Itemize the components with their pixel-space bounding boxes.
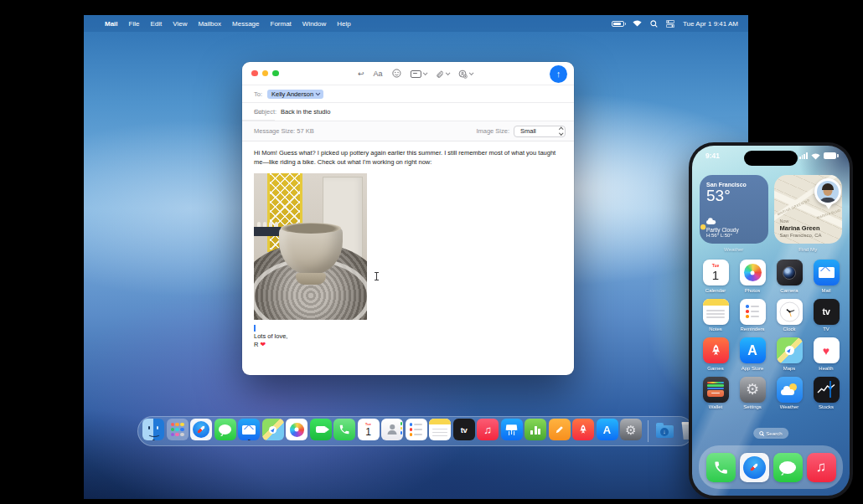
music-dock-icon[interactable]: ♫ [477,419,499,440]
iphone-dock: ♫ [699,445,843,489]
image-size-label: Image Size: [476,127,509,135]
downloads-dock-icon[interactable]: ↓ [654,419,675,440]
menu-item-mail[interactable]: Mail [105,20,118,28]
clock-app-icon[interactable] [777,299,803,325]
app-store-app-icon[interactable]: A [740,337,766,363]
calendar-dock-icon[interactable]: Tue1 [358,419,380,440]
menu-item-window[interactable]: Window [302,20,326,28]
pages-dock-icon[interactable] [549,419,571,440]
menu-bar-clock[interactable]: Tue Apr 1 9:41 AM [683,20,738,28]
image-size-select[interactable]: Small [514,126,566,137]
findmy-widget[interactable]: MARINA GREEN DR MARINA BLVD Now Marina G… [774,175,842,244]
menu-item-help[interactable]: Help [337,20,350,28]
format-icon[interactable]: Aa [373,69,382,78]
app-grid: Tue1 Calendar Photos Camera Mail [692,260,850,409]
iphone-device: 9:41 San Francisco 53° Part [689,142,853,499]
health-app[interactable]: ♥ Health [809,337,843,371]
notes-app[interactable]: Notes [699,299,732,332]
heart-emoji: ❤ [261,341,266,348]
phone-app-icon[interactable] [706,453,736,482]
menu-item-message[interactable]: Message [232,20,259,28]
weather-app[interactable]: Weather [773,377,806,410]
games-app[interactable]: Games [699,337,732,371]
safari-dock-icon[interactable] [190,419,212,440]
close-window-button[interactable] [251,70,258,77]
to-field[interactable]: To: Kelly Anderson [242,85,574,103]
pottery-photo[interactable] [254,173,367,320]
tv-app[interactable]: tv TV [809,299,843,332]
app-store-app[interactable]: A App Store [736,337,769,371]
stocks-app-icon[interactable] [814,377,840,403]
launchpad-dock-icon[interactable] [167,419,189,440]
mail-dock-icon[interactable] [238,419,260,440]
send-button[interactable]: ↑ [550,65,567,83]
numbers-dock-icon[interactable] [525,419,546,440]
spotlight-search-pill[interactable]: Search [753,428,788,439]
calendar-app-icon[interactable]: Tue1 [703,260,729,285]
menu-item-file[interactable]: File [129,20,140,28]
mail-app-icon[interactable] [814,260,840,285]
findmy-widget-label: Find My [774,246,843,252]
health-app-icon[interactable]: ♥ [814,337,840,363]
tv-dock-icon[interactable]: tv [453,419,475,440]
wallet-app-icon[interactable] [703,377,729,403]
reminders-app[interactable]: Reminders [736,299,769,332]
stocks-app[interactable]: Stocks [809,377,843,410]
minimize-window-button[interactable] [262,70,269,77]
menu-item-view[interactable]: View [173,20,187,28]
attach-icon[interactable] [435,69,448,79]
search-icon[interactable] [650,20,658,28]
photos-app[interactable]: Photos [736,260,769,293]
maps-dock-icon[interactable] [262,419,284,440]
phone-dock-icon[interactable] [333,419,355,440]
notes-app-icon[interactable] [703,299,729,325]
compose-toolbar: ↩ Aa [358,62,473,85]
app-store-dock-icon[interactable]: A [597,419,618,440]
settings-app[interactable]: ⚙ Settings [736,377,769,410]
battery-icon[interactable] [612,21,624,27]
keynote-dock-icon[interactable] [501,419,523,440]
camera-app[interactable]: Camera [773,260,806,293]
system-settings-dock-icon[interactable]: ⚙ [620,419,642,440]
clock-app[interactable]: Clock [773,299,806,332]
calendar-app[interactable]: Tue1 Calendar [699,260,732,293]
messages-dock-icon[interactable] [214,419,236,440]
maps-app-icon[interactable] [777,337,803,363]
emoji-icon[interactable] [391,66,400,81]
wifi-icon[interactable] [633,20,642,27]
menu-item-edit[interactable]: Edit [150,20,162,28]
control-center-icon[interactable] [666,20,674,28]
cc-field[interactable]: Cc: [242,103,275,121]
facetime-dock-icon[interactable] [310,419,332,440]
weather-widget[interactable]: San Francisco 53° Partly Cloudy H:56° L:… [700,175,768,244]
maps-app[interactable]: Maps [773,337,806,371]
safari-app-icon[interactable] [740,453,769,482]
settings-app-icon[interactable]: ⚙ [740,377,766,403]
weather-app-icon[interactable] [777,377,803,403]
games-dock-icon[interactable] [572,419,594,440]
mail-app[interactable]: Mail [809,260,843,293]
message-body[interactable]: Hi Mom! Guess what? I picked up pottery … [242,141,574,350]
insert-photo-icon[interactable] [457,69,472,79]
header-fields-icon[interactable] [410,70,426,78]
photos-dock-icon[interactable] [286,419,307,440]
undo-icon[interactable]: ↩ [358,69,364,78]
finder-dock-icon[interactable] [142,419,164,440]
subject-field[interactable]: Subject: Back in the studio [242,103,574,121]
contacts-dock-icon[interactable] [381,419,403,440]
photos-app-icon[interactable] [740,260,766,285]
reminders-app-icon[interactable] [740,299,766,325]
zoom-window-button[interactable] [272,70,279,77]
menu-item-mailbox[interactable]: Mailbox [198,20,221,28]
music-app-icon[interactable]: ♫ [807,453,836,482]
messages-app-icon[interactable] [773,453,803,482]
menu-item-format[interactable]: Format [271,20,292,28]
marketing-composite: Mail File Edit View Mailbox Message Form… [0,0,863,504]
reminders-dock-icon[interactable] [406,419,427,440]
wallet-app[interactable]: Wallet [699,377,732,410]
recipient-token[interactable]: Kelly Anderson [267,90,323,99]
camera-app-icon[interactable] [777,260,803,285]
games-app-icon[interactable] [703,337,729,363]
notes-dock-icon[interactable] [429,419,451,440]
tv-app-icon[interactable]: tv [814,299,840,325]
